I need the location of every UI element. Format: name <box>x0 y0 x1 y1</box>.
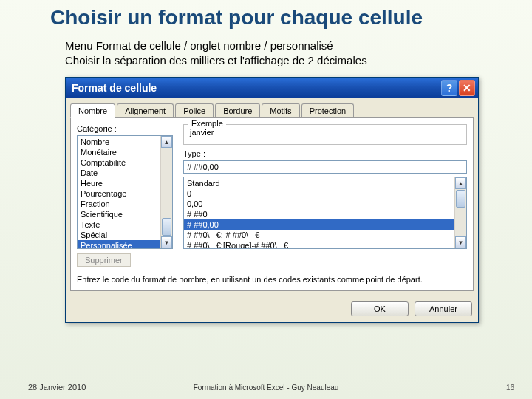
list-item[interactable]: Fraction <box>78 199 160 209</box>
category-label: Catégorie : <box>77 124 173 133</box>
list-item[interactable]: Monétaire <box>78 147 160 157</box>
list-item[interactable]: Spécial <box>78 230 160 240</box>
example-value: janvier <box>188 128 462 137</box>
tab-protection[interactable]: Protection <box>301 103 355 118</box>
list-item[interactable]: Standard <box>184 178 454 188</box>
format-cell-dialog: Format de cellule ? ✕ Nombre Alignement … <box>65 77 479 323</box>
delete-button: Supprimer <box>77 253 131 267</box>
list-item[interactable]: Date <box>78 168 160 178</box>
list-item[interactable]: Scientifique <box>78 209 160 219</box>
scroll-thumb[interactable] <box>456 190 466 208</box>
help-icon[interactable]: ? <box>441 80 457 96</box>
dialog-button-row: OK Annuler <box>66 296 478 322</box>
list-item[interactable]: 0,00 <box>184 199 454 209</box>
cancel-button[interactable]: Annuler <box>415 301 472 316</box>
scrollbar[interactable]: ▲ ▼ <box>454 177 466 248</box>
footer-page-number: 16 <box>506 383 514 392</box>
category-listbox[interactable]: Nombre Monétaire Comptabilité Date Heure… <box>77 135 173 249</box>
list-item[interactable]: # ##0\ _€;[Rouge]-# ##0\ _€ <box>184 240 454 249</box>
tab-motifs[interactable]: Motifs <box>262 103 299 118</box>
list-item[interactable]: Pourcentage <box>78 188 160 199</box>
list-item[interactable]: Texte <box>78 219 160 230</box>
list-item[interactable]: Heure <box>78 178 160 188</box>
list-item[interactable]: 0 <box>184 188 454 199</box>
tab-panel-nombre: Catégorie : Nombre Monétaire Comptabilit… <box>70 117 474 291</box>
list-item[interactable]: Nombre <box>78 137 160 147</box>
titlebar[interactable]: Format de cellule ? ✕ <box>66 78 478 98</box>
list-item-selected[interactable]: Personnalisée <box>78 240 160 249</box>
titlebar-title: Format de cellule <box>72 82 440 94</box>
list-item[interactable]: Comptabilité <box>78 157 160 168</box>
scroll-up-icon[interactable]: ▲ <box>455 177 466 189</box>
tab-nombre[interactable]: Nombre <box>70 103 115 118</box>
type-input[interactable] <box>183 160 467 174</box>
help-text: Entrez le code du format de nombre, en u… <box>77 274 467 284</box>
list-item[interactable]: # ##0\ _€;-# ##0\ _€ <box>184 230 454 240</box>
tab-alignement[interactable]: Alignement <box>117 103 174 118</box>
scrollbar[interactable]: ▲ ▼ <box>160 136 172 248</box>
slide-subtitle: Menu Format de cellule / onglet nombre /… <box>65 38 367 69</box>
list-item[interactable]: # ##0 <box>184 209 454 219</box>
type-listbox[interactable]: Standard 0 0,00 # ##0 # ##0,00 # ##0\ _€… <box>183 177 467 249</box>
subtitle-line-2: Choisir la séparation des milliers et l'… <box>65 53 367 68</box>
tab-bordure[interactable]: Bordure <box>215 103 260 118</box>
scroll-down-icon[interactable]: ▼ <box>455 236 466 248</box>
type-label: Type : <box>183 149 467 158</box>
scroll-down-icon[interactable]: ▼ <box>161 236 172 248</box>
scroll-thumb[interactable] <box>162 218 171 236</box>
slide-title: Choisir un format pour chaque cellule <box>50 6 423 30</box>
scroll-up-icon[interactable]: ▲ <box>161 136 172 148</box>
tab-police[interactable]: Police <box>175 103 214 118</box>
footer-title: Formation à Microsoft Excel - Guy Neaule… <box>0 383 532 392</box>
ok-button[interactable]: OK <box>351 301 409 316</box>
list-item-selected[interactable]: # ##0,00 <box>184 219 454 230</box>
example-legend: Exemple <box>188 119 226 128</box>
close-icon[interactable]: ✕ <box>459 80 475 96</box>
tabstrip: Nombre Alignement Police Bordure Motifs … <box>66 98 478 117</box>
subtitle-line-1: Menu Format de cellule / onglet nombre /… <box>65 38 367 53</box>
example-group: Exemple janvier <box>183 124 467 145</box>
